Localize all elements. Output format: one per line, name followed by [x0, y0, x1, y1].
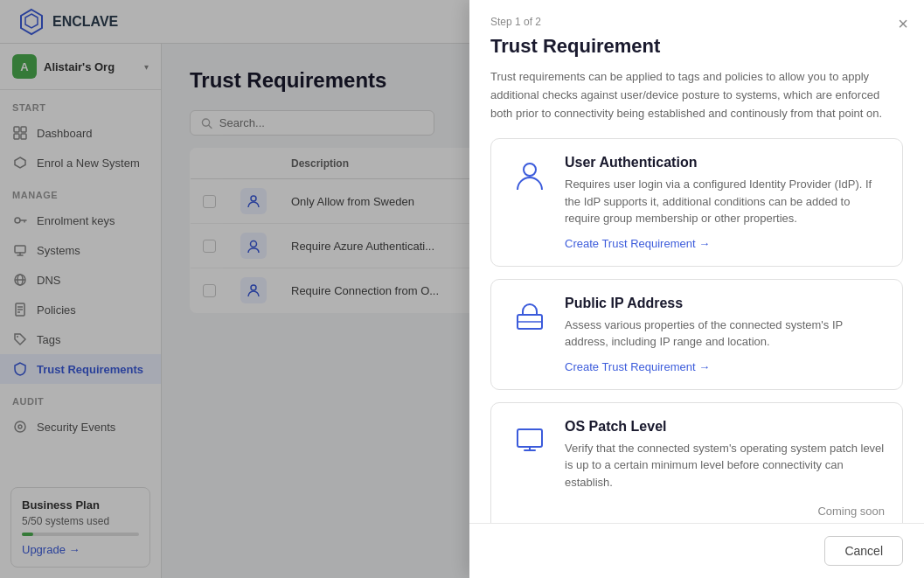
public-ip-icon — [509, 296, 551, 338]
step-label: Step 1 of 2 — [490, 16, 903, 28]
drawer-desc: Trust requirements can be applied to tag… — [490, 68, 903, 122]
option-desc-os-patch: Verify that the connected system's opera… — [565, 440, 885, 491]
drawer-body: User Authentication Requires user login … — [469, 138, 924, 523]
option-desc-user-auth: Requires user login via a configured Ide… — [565, 176, 885, 227]
option-user-authentication: User Authentication Requires user login … — [490, 138, 903, 267]
public-ip-content: Public IP Address Assess various propert… — [565, 296, 885, 373]
os-patch-content: OS Patch Level Verify that the connected… — [565, 419, 885, 519]
drawer-title: Trust Requirement — [490, 35, 903, 58]
cancel-button[interactable]: Cancel — [824, 536, 903, 566]
create-trust-ip-link[interactable]: Create Trust Requirement → — [565, 360, 710, 373]
drawer-footer: Cancel — [469, 523, 924, 578]
trust-requirement-drawer: × Step 1 of 2 Trust Requirement Trust re… — [469, 0, 924, 578]
option-title-user-auth: User Authentication — [565, 155, 885, 171]
option-os-patch: OS Patch Level Verify that the connected… — [490, 402, 903, 523]
option-title-os-patch: OS Patch Level — [565, 419, 885, 435]
close-button[interactable]: × — [898, 14, 908, 34]
svg-point-25 — [524, 164, 536, 176]
option-public-ip: Public IP Address Assess various propert… — [490, 279, 903, 390]
os-patch-icon — [509, 419, 551, 461]
svg-rect-28 — [518, 429, 542, 447]
drawer-header: Step 1 of 2 Trust Requirement Trust requ… — [469, 0, 924, 138]
user-auth-content: User Authentication Requires user login … — [565, 155, 885, 250]
user-auth-icon — [509, 155, 551, 197]
coming-soon-label: Coming soon — [565, 499, 885, 518]
option-title-public-ip: Public IP Address — [565, 296, 885, 311]
option-desc-public-ip: Assess various properties of the connect… — [565, 317, 885, 351]
create-trust-user-auth-link[interactable]: Create Trust Requirement → — [565, 237, 710, 250]
